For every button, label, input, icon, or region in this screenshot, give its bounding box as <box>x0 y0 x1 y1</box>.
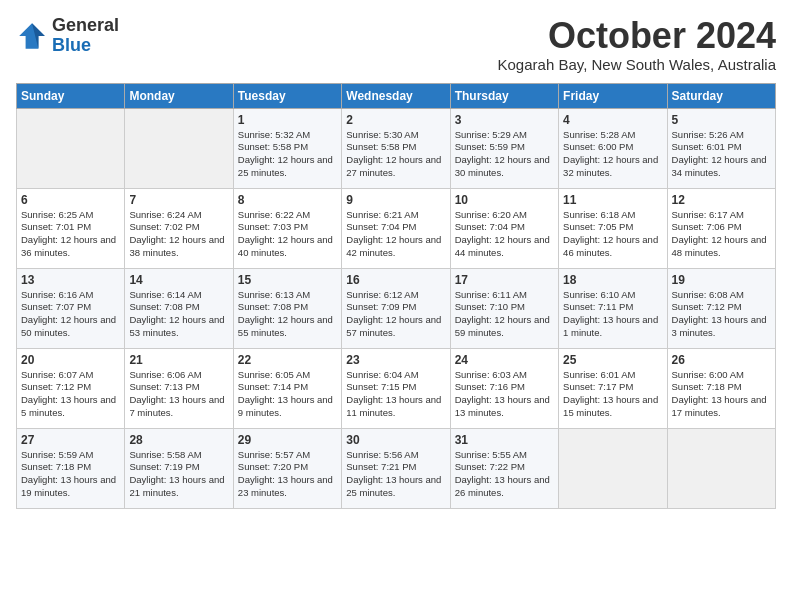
calendar-cell: 26Sunrise: 6:00 AMSunset: 7:18 PMDayligh… <box>667 348 775 428</box>
calendar-week-4: 27Sunrise: 5:59 AMSunset: 7:18 PMDayligh… <box>17 428 776 508</box>
calendar-cell: 19Sunrise: 6:08 AMSunset: 7:12 PMDayligh… <box>667 268 775 348</box>
calendar-cell: 20Sunrise: 6:07 AMSunset: 7:12 PMDayligh… <box>17 348 125 428</box>
calendar-cell: 17Sunrise: 6:11 AMSunset: 7:10 PMDayligh… <box>450 268 558 348</box>
calendar-cell: 18Sunrise: 6:10 AMSunset: 7:11 PMDayligh… <box>559 268 667 348</box>
day-info: Sunrise: 5:56 AMSunset: 7:21 PMDaylight:… <box>346 449 445 500</box>
calendar-cell: 25Sunrise: 6:01 AMSunset: 7:17 PMDayligh… <box>559 348 667 428</box>
day-info: Sunrise: 6:04 AMSunset: 7:15 PMDaylight:… <box>346 369 445 420</box>
logo: General Blue <box>16 16 119 56</box>
calendar-week-1: 6Sunrise: 6:25 AMSunset: 7:01 PMDaylight… <box>17 188 776 268</box>
day-number: 31 <box>455 433 554 447</box>
day-number: 17 <box>455 273 554 287</box>
day-info: Sunrise: 6:25 AMSunset: 7:01 PMDaylight:… <box>21 209 120 260</box>
day-info: Sunrise: 6:17 AMSunset: 7:06 PMDaylight:… <box>672 209 771 260</box>
day-info: Sunrise: 6:24 AMSunset: 7:02 PMDaylight:… <box>129 209 228 260</box>
day-info: Sunrise: 5:55 AMSunset: 7:22 PMDaylight:… <box>455 449 554 500</box>
calendar-cell: 31Sunrise: 5:55 AMSunset: 7:22 PMDayligh… <box>450 428 558 508</box>
location-subtitle: Kogarah Bay, New South Wales, Australia <box>498 56 776 73</box>
calendar-cell: 24Sunrise: 6:03 AMSunset: 7:16 PMDayligh… <box>450 348 558 428</box>
header-tuesday: Tuesday <box>233 83 341 108</box>
day-info: Sunrise: 5:30 AMSunset: 5:58 PMDaylight:… <box>346 129 445 180</box>
day-info: Sunrise: 5:59 AMSunset: 7:18 PMDaylight:… <box>21 449 120 500</box>
calendar-cell: 4Sunrise: 5:28 AMSunset: 6:00 PMDaylight… <box>559 108 667 188</box>
calendar-cell: 9Sunrise: 6:21 AMSunset: 7:04 PMDaylight… <box>342 188 450 268</box>
day-number: 30 <box>346 433 445 447</box>
calendar-cell <box>125 108 233 188</box>
day-number: 14 <box>129 273 228 287</box>
title-block: October 2024 Kogarah Bay, New South Wale… <box>498 16 776 73</box>
header-saturday: Saturday <box>667 83 775 108</box>
day-number: 3 <box>455 113 554 127</box>
day-number: 19 <box>672 273 771 287</box>
day-number: 10 <box>455 193 554 207</box>
day-info: Sunrise: 5:26 AMSunset: 6:01 PMDaylight:… <box>672 129 771 180</box>
calendar-cell: 3Sunrise: 5:29 AMSunset: 5:59 PMDaylight… <box>450 108 558 188</box>
day-number: 28 <box>129 433 228 447</box>
day-info: Sunrise: 5:28 AMSunset: 6:00 PMDaylight:… <box>563 129 662 180</box>
day-info: Sunrise: 6:01 AMSunset: 7:17 PMDaylight:… <box>563 369 662 420</box>
calendar-header-row: SundayMondayTuesdayWednesdayThursdayFrid… <box>17 83 776 108</box>
day-number: 26 <box>672 353 771 367</box>
calendar-table: SundayMondayTuesdayWednesdayThursdayFrid… <box>16 83 776 509</box>
day-info: Sunrise: 6:21 AMSunset: 7:04 PMDaylight:… <box>346 209 445 260</box>
day-number: 9 <box>346 193 445 207</box>
calendar-week-0: 1Sunrise: 5:32 AMSunset: 5:58 PMDaylight… <box>17 108 776 188</box>
day-info: Sunrise: 6:13 AMSunset: 7:08 PMDaylight:… <box>238 289 337 340</box>
day-number: 12 <box>672 193 771 207</box>
calendar-week-3: 20Sunrise: 6:07 AMSunset: 7:12 PMDayligh… <box>17 348 776 428</box>
day-number: 29 <box>238 433 337 447</box>
day-number: 11 <box>563 193 662 207</box>
day-number: 27 <box>21 433 120 447</box>
day-number: 5 <box>672 113 771 127</box>
day-info: Sunrise: 6:07 AMSunset: 7:12 PMDaylight:… <box>21 369 120 420</box>
day-number: 8 <box>238 193 337 207</box>
day-number: 18 <box>563 273 662 287</box>
day-info: Sunrise: 6:06 AMSunset: 7:13 PMDaylight:… <box>129 369 228 420</box>
calendar-cell: 27Sunrise: 5:59 AMSunset: 7:18 PMDayligh… <box>17 428 125 508</box>
calendar-cell: 11Sunrise: 6:18 AMSunset: 7:05 PMDayligh… <box>559 188 667 268</box>
calendar-cell: 22Sunrise: 6:05 AMSunset: 7:14 PMDayligh… <box>233 348 341 428</box>
day-info: Sunrise: 6:20 AMSunset: 7:04 PMDaylight:… <box>455 209 554 260</box>
day-number: 20 <box>21 353 120 367</box>
calendar-cell: 5Sunrise: 5:26 AMSunset: 6:01 PMDaylight… <box>667 108 775 188</box>
calendar-cell: 23Sunrise: 6:04 AMSunset: 7:15 PMDayligh… <box>342 348 450 428</box>
logo-text: General Blue <box>52 16 119 56</box>
calendar-cell <box>667 428 775 508</box>
page-header: General Blue October 2024 Kogarah Bay, N… <box>16 16 776 73</box>
calendar-cell: 16Sunrise: 6:12 AMSunset: 7:09 PMDayligh… <box>342 268 450 348</box>
day-number: 2 <box>346 113 445 127</box>
calendar-cell: 15Sunrise: 6:13 AMSunset: 7:08 PMDayligh… <box>233 268 341 348</box>
day-info: Sunrise: 5:58 AMSunset: 7:19 PMDaylight:… <box>129 449 228 500</box>
day-info: Sunrise: 6:22 AMSunset: 7:03 PMDaylight:… <box>238 209 337 260</box>
calendar-week-2: 13Sunrise: 6:16 AMSunset: 7:07 PMDayligh… <box>17 268 776 348</box>
day-number: 16 <box>346 273 445 287</box>
day-number: 21 <box>129 353 228 367</box>
logo-icon <box>16 20 48 52</box>
header-wednesday: Wednesday <box>342 83 450 108</box>
header-friday: Friday <box>559 83 667 108</box>
day-info: Sunrise: 6:00 AMSunset: 7:18 PMDaylight:… <box>672 369 771 420</box>
day-info: Sunrise: 6:11 AMSunset: 7:10 PMDaylight:… <box>455 289 554 340</box>
calendar-cell: 6Sunrise: 6:25 AMSunset: 7:01 PMDaylight… <box>17 188 125 268</box>
header-sunday: Sunday <box>17 83 125 108</box>
day-number: 7 <box>129 193 228 207</box>
day-number: 24 <box>455 353 554 367</box>
day-number: 13 <box>21 273 120 287</box>
day-info: Sunrise: 6:08 AMSunset: 7:12 PMDaylight:… <box>672 289 771 340</box>
day-number: 1 <box>238 113 337 127</box>
calendar-cell: 28Sunrise: 5:58 AMSunset: 7:19 PMDayligh… <box>125 428 233 508</box>
day-number: 22 <box>238 353 337 367</box>
calendar-cell <box>559 428 667 508</box>
calendar-cell: 12Sunrise: 6:17 AMSunset: 7:06 PMDayligh… <box>667 188 775 268</box>
day-number: 6 <box>21 193 120 207</box>
day-info: Sunrise: 5:32 AMSunset: 5:58 PMDaylight:… <box>238 129 337 180</box>
header-monday: Monday <box>125 83 233 108</box>
day-info: Sunrise: 6:10 AMSunset: 7:11 PMDaylight:… <box>563 289 662 340</box>
calendar-cell: 13Sunrise: 6:16 AMSunset: 7:07 PMDayligh… <box>17 268 125 348</box>
day-info: Sunrise: 6:12 AMSunset: 7:09 PMDaylight:… <box>346 289 445 340</box>
day-info: Sunrise: 5:29 AMSunset: 5:59 PMDaylight:… <box>455 129 554 180</box>
month-title: October 2024 <box>498 16 776 56</box>
day-number: 25 <box>563 353 662 367</box>
calendar-cell: 29Sunrise: 5:57 AMSunset: 7:20 PMDayligh… <box>233 428 341 508</box>
day-info: Sunrise: 6:18 AMSunset: 7:05 PMDaylight:… <box>563 209 662 260</box>
